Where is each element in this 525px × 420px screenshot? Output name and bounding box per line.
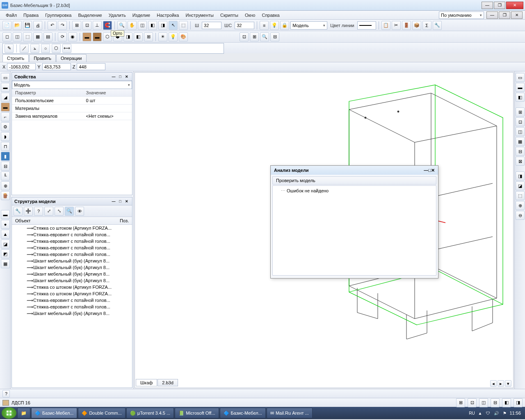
tool-c-button[interactable]: 📦 [412,21,421,30]
lt-edge-icon[interactable]: ◢ [1,93,10,102]
lt-board-icon[interactable]: ▬ [1,83,10,92]
zoomwin-button[interactable]: ⊞ [250,32,259,41]
viewport-3d[interactable]: Шкаф 2.b3d ◂ ▸ ▾ Анализ модели — □ ✕ Про… [135,72,514,388]
zoom-button[interactable]: 🔍 [117,21,126,30]
rt-1-button[interactable]: ▭ [516,73,525,82]
magnet-button[interactable]: 🧲 [103,21,112,30]
tree-item[interactable]: ⟿Стяжка-евровинт с потайной голов... [12,251,132,258]
tray-icon[interactable]: 🔊 [493,410,500,416]
mb-1-button[interactable]: ⊞ [456,398,465,407]
rt-7-button[interactable]: ▦ [516,137,525,146]
layer-combo[interactable]: Модель [290,21,327,30]
tree-item[interactable]: ⟿Шкант мебельный (бук) (Артикул 8... [12,264,132,271]
lt-handle-icon[interactable]: ⊓ [1,142,10,151]
lt-leg-icon[interactable]: ╙ [1,171,10,180]
x-input[interactable] [7,63,36,70]
menu-select[interactable]: Выделение [75,11,105,19]
viewport-tab-file[interactable]: 2.b3d [158,379,178,386]
tool-d-button[interactable]: 🔧 [433,21,442,30]
new-file-button[interactable]: 📄 [2,21,11,30]
tray-lang[interactable]: RU [468,410,475,416]
tree-item[interactable]: ⟿Стяжка-евровинт с потайной голов... [12,297,132,304]
task-item[interactable]: ✉Mail.Ru Агент ... [267,408,313,418]
task-folder[interactable]: 📁 [17,408,30,418]
undo-button[interactable]: ↶ [48,21,57,30]
iso4-button[interactable]: ◧ [134,32,143,41]
lt-fastener-icon[interactable]: ⊕ [1,181,10,190]
rt-2-button[interactable]: ▬ [516,83,525,92]
tree-item[interactable]: ⟿Шкант мебельный (бук) (Артикул 8... [12,258,132,264]
menu-tools[interactable]: Инструменты [182,11,217,19]
st-search-button[interactable]: 🔍 [65,207,74,216]
mdi-close-button[interactable]: ✕ [511,11,523,19]
menu-edit[interactable]: Правка [20,11,42,19]
scroll-right-button[interactable]: ▸ [498,380,504,387]
mb-3-button[interactable]: ◫ [479,398,488,407]
circle-button[interactable]: ○ [41,44,50,53]
y-input[interactable] [42,63,71,70]
select-button[interactable]: ⬚ [179,21,188,30]
view2-button[interactable]: ◧ [148,21,157,30]
layers-button[interactable]: ≡ [260,21,269,30]
panel2-button[interactable]: ▬ [93,32,102,41]
menu-product[interactable]: Изделие [129,11,154,19]
angle-button[interactable]: ⦛ [30,44,39,53]
lt-hinge-icon[interactable]: ◗ [1,132,10,141]
st-collapse-button[interactable]: ⤡ [55,207,64,216]
lt-sweep-icon[interactable]: ◩ [1,249,10,258]
rt-12-button[interactable]: ⬚ [516,191,525,200]
menu-help[interactable]: Справка [258,11,283,19]
print-button[interactable]: 🖨 [33,21,42,30]
mb-5-button[interactable]: ◧ [502,398,511,407]
dialog-check-row[interactable]: Проверить модель [272,176,436,185]
lock-button[interactable]: 🔒 [280,21,289,30]
zoomout-button[interactable]: ⊟ [270,32,279,41]
tray-icon[interactable]: ⚑ [501,410,508,416]
mdi-minimize-button[interactable]: — [486,11,498,19]
menu-group[interactable]: Группировка [42,11,75,19]
line-button[interactable]: ／ [20,44,29,53]
lt-hardware-icon[interactable]: ⚙ [1,122,10,131]
box1-button[interactable]: ◻ [2,32,11,41]
task-item[interactable]: 🔷Базис-Мебел... [31,408,77,418]
menu-delete[interactable]: Удалить [105,11,129,19]
tree-item[interactable]: ⟿Шкант мебельный (бук) (Артикул 8... [12,271,132,277]
tray-icon[interactable]: ▲ [477,410,483,416]
menu-settings[interactable]: Настройка [153,11,182,19]
tool-a-button[interactable]: 📋 [381,21,390,30]
tree-item[interactable]: ⟿Стяжка-евровинт с потайной голов... [12,244,132,251]
task-item[interactable]: 📗Microsoft Off... [175,408,219,418]
render-button[interactable]: 🎨 [179,32,188,41]
lt-panel-icon[interactable]: ▭ [1,73,10,82]
open-button[interactable]: 📂 [13,21,22,30]
menu-scripts[interactable]: Скрипты [217,11,242,19]
rt-11-button[interactable]: ◪ [516,181,525,190]
tree-item[interactable]: ⟿Стяжка со штоком (Артикул FORZA... [12,225,132,231]
view1-button[interactable]: ◫ [138,21,147,30]
split-button[interactable]: ⊞ [144,32,153,41]
maximize-button[interactable]: ❐ [494,2,505,9]
help-button[interactable]: ? [2,390,10,397]
menu-window[interactable]: Окно [242,11,259,19]
tree-item[interactable]: ⟿Шкант мебельный (бук) (Артикул 8... [12,310,132,317]
panel-min-button[interactable]: — [111,199,116,204]
box3-button[interactable]: ⬚ [23,32,32,41]
panel-pin-button[interactable]: □ [117,74,123,80]
rt-8-button[interactable]: ⊟ [516,147,525,156]
redo-button[interactable]: ↷ [58,21,67,30]
start-button[interactable] [2,407,16,419]
dialog-min-button[interactable]: — [424,168,428,173]
task-item[interactable]: 🔶Double Comm... [78,408,125,418]
tool-b-button[interactable]: 🚪 [402,21,411,30]
close-button[interactable]: ✕ [506,2,523,9]
view3-button[interactable]: ◨ [158,21,167,30]
tray-icon[interactable]: 🛡 [485,410,491,416]
lt-door-icon[interactable]: ▮ [1,152,10,161]
structure-tree[interactable]: ⟿Стяжка со штоком (Артикул FORZA...⟿Стяж… [12,225,132,317]
rt-3-button[interactable]: ◧ [516,93,525,102]
lt-profile-icon[interactable]: ⌐ [1,112,10,121]
mdi-restore-button[interactable]: ❐ [499,11,510,19]
menu-file[interactable]: Файл [2,11,20,19]
prop-row[interactable]: Замена материалов<Нет схемы> [12,112,132,120]
lt-wood-icon[interactable]: 🪵 [1,191,10,200]
